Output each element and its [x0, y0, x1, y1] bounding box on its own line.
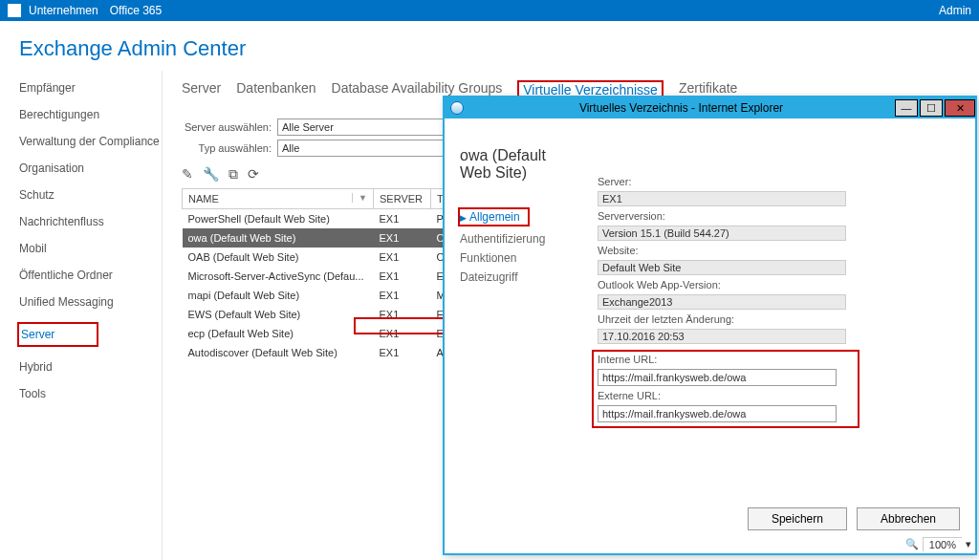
cell-server: EX1	[374, 267, 431, 286]
sidebar-item-mobile[interactable]: Mobil	[19, 235, 162, 262]
inturl-label: Interne URL:	[598, 354, 960, 365]
zoom-status[interactable]: 🔍100%▾	[905, 537, 971, 551]
sidebar-item-mailflow[interactable]: Nachrichtenfluss	[19, 208, 162, 235]
sidebar-item-recipients[interactable]: Empfänger	[19, 75, 162, 101]
external-url-input[interactable]	[598, 405, 837, 422]
cell-name: mapi (Default Web Site)	[183, 286, 374, 305]
cell-name: ecp (Default Web Site)	[183, 324, 374, 343]
internal-url-input[interactable]	[598, 369, 837, 386]
cell-server: EX1	[374, 305, 431, 324]
cell-server: EX1	[374, 324, 431, 343]
version-label: Serverversion:	[598, 210, 960, 222]
cell-name: EWS (Default Web Site)	[183, 305, 374, 324]
edit-icon[interactable]: ✎	[182, 166, 193, 183]
exturl-label: Externe URL:	[598, 390, 960, 401]
modtime-value: 17.10.2016 20:53	[598, 329, 846, 344]
refresh-icon[interactable]: ⟳	[248, 166, 259, 183]
close-button[interactable]: ✕	[945, 99, 975, 117]
save-button[interactable]: Speichern	[748, 507, 847, 530]
sidebar-item-permissions[interactable]: Berechtigungen	[19, 101, 162, 128]
popup-nav-auth[interactable]: Authentifizierung	[460, 229, 578, 248]
sidebar-item-tools[interactable]: Tools	[19, 380, 162, 407]
sidebar-item-server[interactable]: Server	[19, 315, 162, 354]
popup-heading: owa (Default Web Site)	[460, 147, 578, 182]
cell-server: EX1	[374, 209, 431, 229]
popup-nav-features[interactable]: Funktionen	[460, 248, 578, 268]
popup-title: Virtuelles Verzeichnis - Internet Explor…	[469, 101, 893, 115]
cell-server: EX1	[374, 286, 431, 305]
filter-server-select[interactable]: Alle Server	[277, 118, 468, 136]
popup-titlebar[interactable]: Virtuelles Verzeichnis - Internet Explor…	[445, 97, 975, 118]
server-value: EX1	[598, 191, 846, 206]
tab-databases[interactable]: Datenbanken	[236, 80, 315, 99]
product-label[interactable]: Office 365	[110, 4, 162, 17]
maximize-button[interactable]: ☐	[920, 99, 943, 117]
modtime-label: Uhrzeit der letzten Änderung:	[598, 313, 960, 325]
office-logo-icon	[8, 4, 21, 17]
admin-link[interactable]: Admin	[939, 4, 971, 17]
website-value: Default Web Site	[598, 260, 846, 275]
cell-server: EX1	[374, 228, 431, 248]
cell-name: Autodiscover (Default Web Site)	[183, 343, 374, 362]
sidebar-item-publicfolders[interactable]: Öffentliche Ordner	[19, 262, 162, 289]
cancel-button[interactable]: Abbrechen	[857, 507, 960, 530]
sidebar-item-compliance[interactable]: Verwaltung der Compliance	[19, 128, 162, 155]
reset-icon[interactable]: ⧉	[228, 166, 238, 183]
filter-server-label: Server auswählen:	[182, 121, 277, 133]
version-value: Version 15.1 (Build 544.27)	[598, 226, 846, 241]
popup-window: Virtuelles Verzeichnis - Internet Explor…	[443, 96, 977, 555]
col-name[interactable]: NAME▼	[183, 189, 374, 209]
sidebar-item-hybrid[interactable]: Hybrid	[19, 354, 162, 380]
ie-icon	[450, 101, 464, 115]
page-title: Exchange Admin Center	[0, 21, 979, 71]
tab-server[interactable]: Server	[182, 80, 221, 99]
cell-server: EX1	[374, 343, 431, 362]
popup-nav-general[interactable]: ▶Allgemein	[460, 205, 578, 229]
server-label: Server:	[598, 176, 960, 187]
top-bar: Unternehmen Office 365 Admin	[0, 0, 979, 21]
cell-name: Microsoft-Server-ActiveSync (Defau...	[183, 267, 374, 286]
website-label: Website:	[598, 245, 960, 256]
owaver-value: Exchange2013	[598, 294, 846, 310]
sidebar-item-organization[interactable]: Organisation	[19, 155, 162, 182]
cell-server: EX1	[374, 248, 431, 267]
col-server[interactable]: SERVER	[374, 189, 431, 209]
company-label[interactable]: Unternehmen	[29, 4, 98, 17]
filter-type-select[interactable]: Alle	[277, 140, 468, 157]
cell-name: PowerShell (Default Web Site)	[183, 209, 374, 229]
owaver-label: Outlook Web App-Version:	[598, 279, 960, 291]
filter-type-label: Typ auswählen:	[182, 142, 277, 154]
cell-name: owa (Default Web Site)	[183, 228, 374, 248]
popup-nav-fileaccess[interactable]: Dateizugriff	[460, 268, 578, 287]
sidebar-item-um[interactable]: Unified Messaging	[19, 289, 162, 315]
sidebar-item-protection[interactable]: Schutz	[19, 182, 162, 208]
sidebar: Empfänger Berechtigungen Verwaltung der …	[0, 71, 163, 560]
minimize-button[interactable]: —	[895, 99, 918, 117]
wrench-icon[interactable]: 🔧	[203, 166, 219, 183]
cell-name: OAB (Default Web Site)	[183, 248, 374, 267]
